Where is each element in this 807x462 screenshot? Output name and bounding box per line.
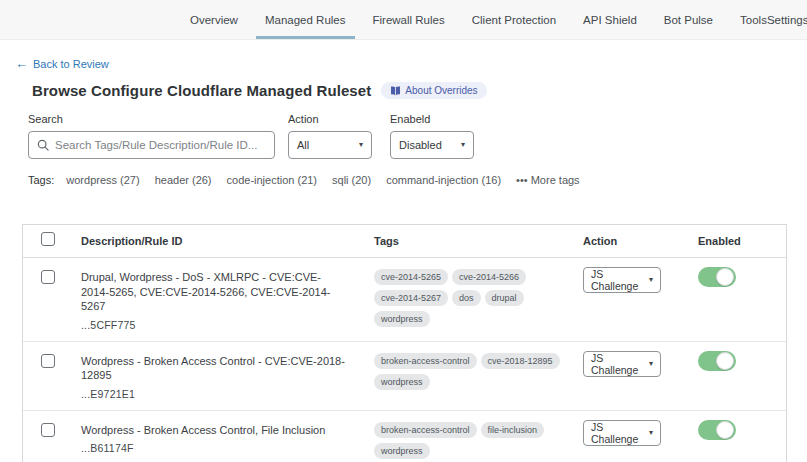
rule-tag: drupal: [485, 290, 524, 306]
tab-tools[interactable]: Tools: [740, 0, 767, 39]
rule-action-select[interactable]: JS Challenge▾: [583, 267, 661, 293]
page-title: Browse Configure Cloudflare Managed Rule…: [32, 82, 371, 99]
chevron-down-icon: ▾: [461, 141, 465, 149]
rule-tags-cell: broken-access-controlfile-inclusionwordp…: [374, 411, 583, 462]
enabled-toggle[interactable]: [698, 420, 736, 440]
rule-description: Wordpress - Broken Access Control, File …: [81, 423, 348, 438]
filter-tag[interactable]: command-injection (16): [386, 174, 501, 186]
rule-description-cell: Drupal, Wordpress - DoS - XMLRPC - CVE:C…: [81, 258, 374, 341]
rule-action-cell: JS Challenge▾: [583, 342, 683, 410]
search-box[interactable]: [28, 131, 275, 159]
chevron-down-icon: ▾: [359, 141, 363, 149]
rule-description: Wordpress - Broken Access Control - CVE:…: [81, 354, 348, 383]
search-input[interactable]: [55, 139, 266, 151]
rule-id: ...E9721E1: [81, 388, 348, 400]
rule-enabled-cell: [683, 342, 786, 410]
rule-description-cell: Wordpress - Broken Access Control, File …: [81, 411, 374, 462]
tab-settings[interactable]: Settings: [767, 0, 807, 39]
nav-tabs: OverviewManaged RulesFirewall RulesClien…: [190, 0, 767, 39]
back-arrow-icon: ←: [15, 59, 28, 69]
enabled-toggle[interactable]: [698, 267, 736, 287]
rule-action-value: JS Challenge: [591, 421, 649, 445]
rule-action-cell: JS Challenge▾: [583, 258, 683, 341]
tags-bar-label: Tags:: [28, 174, 54, 186]
tab-firewall-rules[interactable]: Firewall Rules: [373, 0, 445, 39]
row-checkbox[interactable]: [41, 354, 55, 368]
rule-tag: dos: [452, 290, 481, 306]
rule-action-value: JS Challenge: [591, 268, 649, 292]
rule-tag: cve-2014-5267: [374, 290, 448, 306]
header-checkbox-cell: [23, 232, 81, 250]
enabled-select[interactable]: Disabled ▾: [390, 131, 474, 159]
top-nav: OverviewManaged RulesFirewall RulesClien…: [0, 0, 807, 40]
search-filter: Search: [28, 113, 275, 159]
about-overrides-badge[interactable]: About Overrides: [381, 82, 486, 99]
rule-description: Drupal, Wordpress - DoS - XMLRPC - CVE:C…: [81, 270, 348, 314]
action-label: Action: [288, 113, 372, 125]
rule-tag: cve-2014-5265: [374, 269, 448, 285]
filter-tag[interactable]: header (26): [155, 174, 212, 186]
rule-enabled-cell: [683, 258, 786, 341]
column-header-action: Action: [583, 235, 683, 247]
rule-description-cell: Wordpress - Broken Access Control - CVE:…: [81, 342, 374, 410]
row-checkbox-cell: [23, 411, 81, 462]
rule-action-select[interactable]: JS Challenge▾: [583, 351, 661, 377]
rule-enabled-cell: [683, 411, 786, 462]
rule-id: ...B61174F: [81, 442, 348, 454]
row-checkbox[interactable]: [41, 423, 55, 437]
tab-api-shield[interactable]: API Shield: [583, 0, 637, 39]
rule-tags-cell: broken-access-controlcve-2018-12895wordp…: [374, 342, 583, 410]
filter-tag[interactable]: code-injection (21): [227, 174, 318, 186]
filters-bar: Search Action All ▾ Enabeld Disabled ▾: [28, 113, 807, 159]
rules-table-body: Drupal, Wordpress - DoS - XMLRPC - CVE:C…: [23, 258, 786, 462]
chevron-down-icon: ▾: [649, 276, 653, 284]
action-select[interactable]: All ▾: [288, 131, 372, 159]
table-row: Drupal, Wordpress - DoS - XMLRPC - CVE:C…: [23, 258, 786, 342]
table-row: Wordpress - Broken Access Control, File …: [23, 411, 786, 462]
select-all-checkbox[interactable]: [41, 232, 55, 246]
rule-tag: cve-2018-12895: [481, 353, 560, 369]
filter-tag[interactable]: wordpress (27): [66, 174, 139, 186]
book-icon: [390, 86, 401, 96]
tab-client-protection[interactable]: Client Protection: [472, 0, 556, 39]
search-icon: [37, 139, 49, 151]
rule-tag: wordpress: [374, 374, 430, 390]
enabled-label: Enabeld: [390, 113, 474, 125]
rule-action-select[interactable]: JS Challenge▾: [583, 420, 661, 446]
filter-tag[interactable]: sqli (20): [332, 174, 371, 186]
column-header-description: Description/Rule ID: [81, 235, 374, 247]
more-tags-button[interactable]: ••• More tags: [516, 174, 580, 186]
enabled-filter: Enabeld Disabled ▾: [390, 113, 474, 159]
chevron-down-icon: ▾: [649, 429, 653, 437]
chevron-down-icon: ▾: [649, 360, 653, 368]
table-header-row: Description/Rule ID Tags Action Enabled: [23, 225, 786, 258]
enabled-select-value: Disabled: [399, 139, 442, 151]
tags-bar: Tags: wordpress (27)header (26)code-inje…: [28, 174, 807, 186]
rule-tag: broken-access-control: [374, 422, 477, 438]
back-link-label: Back to Review: [33, 58, 109, 70]
toggle-knob: [716, 352, 734, 370]
tab-managed-rules[interactable]: Managed Rules: [265, 0, 346, 39]
enabled-toggle[interactable]: [698, 351, 736, 371]
rule-id: ...5CFF775: [81, 319, 348, 331]
rule-tags-cell: cve-2014-5265cve-2014-5266cve-2014-5267d…: [374, 258, 583, 341]
column-header-tags: Tags: [374, 235, 583, 247]
tab-bot-pulse[interactable]: Bot Pulse: [664, 0, 713, 39]
rule-tag: cve-2014-5266: [452, 269, 526, 285]
rule-tag: broken-access-control: [374, 353, 477, 369]
rule-tag: file-inclusion: [481, 422, 545, 438]
rule-tag: wordpress: [374, 311, 430, 327]
row-checkbox[interactable]: [41, 270, 55, 284]
action-select-value: All: [297, 139, 309, 151]
rule-action-cell: JS Challenge▾: [583, 411, 683, 462]
about-overrides-label: About Overrides: [405, 85, 477, 96]
back-to-review-link[interactable]: ← Back to Review: [15, 58, 109, 70]
rule-tag: wordpress: [374, 443, 430, 459]
title-row: Browse Configure Cloudflare Managed Rule…: [32, 82, 807, 99]
page-content: ← Back to Review Browse Configure Cloudf…: [0, 40, 807, 462]
row-checkbox-cell: [23, 342, 81, 410]
toggle-knob: [716, 268, 734, 286]
filter-tags: wordpress (27)header (26)code-injection …: [66, 174, 501, 186]
tab-overview[interactable]: Overview: [190, 0, 238, 39]
toggle-knob: [716, 421, 734, 439]
